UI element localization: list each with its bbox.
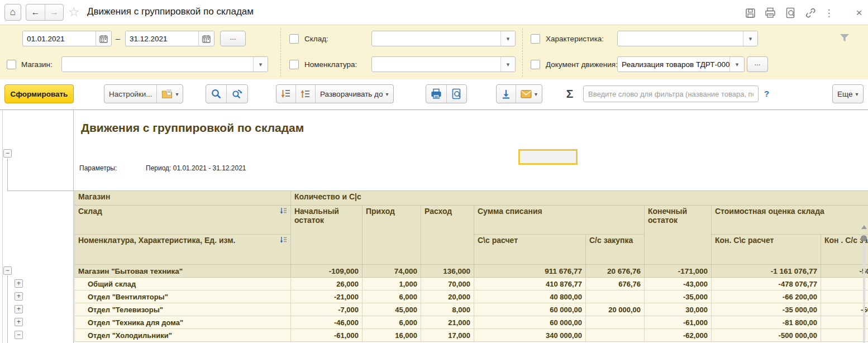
link-icon[interactable] <box>804 7 817 19</box>
value-cell[interactable]: -66 200,00 <box>712 290 821 303</box>
value-cell[interactable]: -500 000,00 <box>712 329 821 342</box>
header-closing-balance[interactable]: Конечный остаток <box>645 206 712 265</box>
header-opening-balance[interactable]: Начальный остаток <box>291 206 363 265</box>
expand-groups-icon[interactable] <box>276 85 295 103</box>
value-cell[interactable]: -50 000,00 <box>821 303 868 316</box>
value-cell[interactable]: -676,76 <box>821 278 868 290</box>
value-cell[interactable]: -171,000 <box>645 265 712 278</box>
value-cell[interactable]: -43,000 <box>645 278 712 290</box>
save-icon[interactable] <box>744 7 756 19</box>
row-expand-marker[interactable]: + <box>15 305 23 313</box>
value-cell[interactable]: -35 000,00 <box>712 303 821 316</box>
value-cell[interactable]: 20 676,76 <box>586 265 645 278</box>
header-cost-purchase[interactable]: С/с закупка <box>586 235 645 265</box>
selected-cell[interactable] <box>518 149 578 165</box>
header-writeoff-sum[interactable]: Сумма списания <box>474 206 645 235</box>
value-cell[interactable]: 20,000 <box>421 290 474 303</box>
nomenclature-checkbox[interactable] <box>289 60 299 69</box>
row-expand-marker[interactable]: + <box>15 279 23 288</box>
shop-combobox[interactable]: ▾ <box>61 56 268 72</box>
more-menu-icon[interactable]: ⋮ <box>823 7 835 19</box>
help-button[interactable]: ? <box>764 89 769 98</box>
header-income[interactable]: Приход <box>363 206 421 265</box>
quick-filter-input[interactable] <box>583 85 759 102</box>
value-cell[interactable]: 16,000 <box>363 329 421 342</box>
document-more-button[interactable]: ... <box>747 56 768 72</box>
favorite-star-icon[interactable]: ☆ <box>68 4 80 20</box>
print-preview-button[interactable] <box>446 85 466 103</box>
chevron-down-icon[interactable]: ▾ <box>253 57 268 72</box>
value-cell[interactable] <box>821 316 868 329</box>
value-cell[interactable]: 60 000,00 <box>474 316 586 329</box>
period-more-button[interactable]: ... <box>220 31 246 46</box>
header-valuation[interactable]: Стоимостная оценка склада <box>712 206 868 235</box>
more-actions-button[interactable]: Еще ▾ <box>833 85 863 103</box>
value-cell[interactable]: 40 800,00 <box>474 290 586 303</box>
value-cell[interactable]: -62,000 <box>645 329 712 342</box>
value-cell[interactable]: -81 800,00 <box>712 316 821 329</box>
row-name-cell[interactable]: Отдел "Холодильники" <box>75 329 291 342</box>
row-name-cell[interactable]: Отдел "Телевизоры" <box>75 303 291 316</box>
value-cell[interactable]: -21,000 <box>291 290 363 303</box>
value-cell[interactable]: -35,000 <box>645 290 712 303</box>
value-cell[interactable]: 6,000 <box>363 316 421 329</box>
header-shop[interactable]: Магазин <box>75 191 291 206</box>
back-button[interactable]: ← <box>26 4 45 20</box>
value-cell[interactable]: -478 076,77 <box>712 278 821 290</box>
sort-icon[interactable] <box>280 236 287 244</box>
warehouse-checkbox[interactable] <box>289 34 299 44</box>
header-end-cost-calc[interactable]: Кон. С\с расчет <box>712 235 821 265</box>
generate-button[interactable]: Сформировать <box>4 84 74 103</box>
collapse-groups-icon[interactable] <box>295 85 315 103</box>
header-nomenclature[interactable]: Номенклатура, Характеристика, Ед. изм. <box>75 235 291 265</box>
chevron-down-icon[interactable]: ▾ <box>500 31 515 46</box>
row-name-cell[interactable]: Отдел "Техника для дома" <box>75 316 291 329</box>
expand-to-button[interactable]: Разворачивать до ▾ <box>315 85 393 103</box>
scroll-up-icon[interactable] <box>861 225 867 229</box>
vertical-scrollbar[interactable] <box>863 234 865 343</box>
row-expand-marker[interactable]: + <box>15 318 23 326</box>
forward-button[interactable]: → <box>45 4 63 20</box>
document-checkbox[interactable] <box>531 60 540 69</box>
value-cell[interactable]: -7,000 <box>291 303 363 316</box>
shop-checkbox[interactable] <box>7 60 16 69</box>
value-cell[interactable]: 70,000 <box>421 278 474 290</box>
value-cell[interactable]: 20 000,00 <box>586 303 645 316</box>
value-cell[interactable] <box>586 329 645 342</box>
totals-sigma-button[interactable]: Σ <box>560 84 580 103</box>
value-cell[interactable]: 911 676,77 <box>474 265 586 278</box>
value-cell[interactable]: -61,000 <box>291 329 363 342</box>
value-cell[interactable]: 340 000,00 <box>474 329 586 342</box>
settings-button[interactable]: Настройки... <box>104 85 156 103</box>
row-name-cell[interactable]: Отдел "Вентиляторы" <box>75 290 291 303</box>
search-button[interactable] <box>206 85 226 103</box>
value-cell[interactable]: 74,000 <box>363 265 421 278</box>
value-cell[interactable]: -109,000 <box>291 265 363 278</box>
row-expand-marker[interactable]: + <box>15 292 23 301</box>
filter-funnel-icon[interactable] <box>839 33 850 43</box>
value-cell[interactable]: 30,000 <box>645 303 712 316</box>
value-cell[interactable]: -46,000 <box>291 316 363 329</box>
value-cell[interactable]: 60 000,00 <box>474 303 586 316</box>
value-cell[interactable]: 1,000 <box>363 278 421 290</box>
value-cell[interactable]: 26,000 <box>291 278 363 290</box>
send-email-button[interactable]: ▾ <box>516 85 542 103</box>
row-name-cell[interactable]: Магазин "Бытовая техника" <box>75 265 291 278</box>
value-cell[interactable]: 17,000 <box>421 329 474 342</box>
row-collapse-marker[interactable]: − <box>3 266 12 275</box>
calendar-icon[interactable] <box>198 31 214 46</box>
report-variants-button[interactable]: ▾ <box>156 85 183 103</box>
header-cost-calc[interactable]: С\с расчет <box>474 235 586 265</box>
print-preview-icon[interactable] <box>784 7 797 19</box>
value-cell[interactable]: -61,000 <box>645 316 712 329</box>
value-cell[interactable]: 6,000 <box>363 290 421 303</box>
calendar-icon[interactable] <box>96 31 111 46</box>
value-cell[interactable]: -1 161 076,77 <box>712 265 821 278</box>
value-cell[interactable] <box>821 290 868 303</box>
header-quantity-cost[interactable]: Количество и С|с <box>291 191 868 206</box>
find-next-button[interactable] <box>226 85 247 103</box>
scrollbar-thumb[interactable] <box>861 235 867 241</box>
value-cell[interactable]: -50 676,76 <box>821 265 868 278</box>
value-cell[interactable] <box>821 329 868 342</box>
save-export-button[interactable] <box>497 85 516 103</box>
